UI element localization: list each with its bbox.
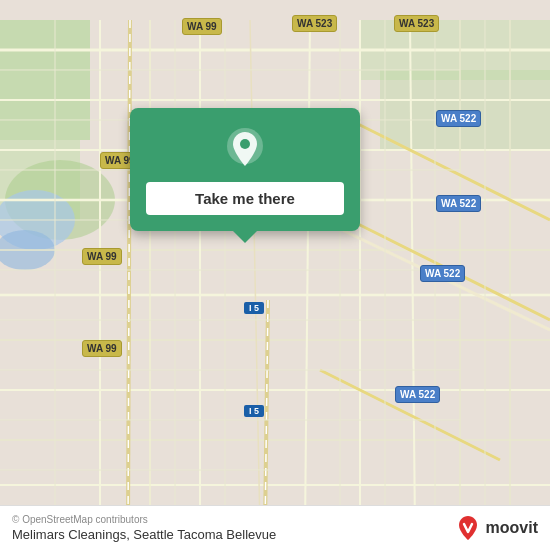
location-pin-icon [223, 128, 267, 172]
take-me-there-button[interactable]: Take me there [146, 182, 344, 215]
copyright-text: © OpenStreetMap contributors [12, 514, 276, 525]
road-badge-wa523-2: WA 523 [394, 15, 439, 32]
road-badge-wa522-2: WA 522 [436, 195, 481, 212]
road-badge-i5-1: I 5 [244, 302, 264, 314]
location-text: Melimars Cleanings, Seattle Tacoma Belle… [12, 527, 276, 542]
road-badge-wa522-4: WA 522 [395, 386, 440, 403]
popup-card: Take me there [130, 108, 360, 231]
road-badge-wa522-1: WA 522 [436, 110, 481, 127]
moovit-label: moovit [486, 519, 538, 537]
road-badge-i5-2: I 5 [244, 405, 264, 417]
road-badge-wa522-3: WA 522 [420, 265, 465, 282]
svg-rect-1 [0, 20, 90, 140]
map-background [0, 0, 550, 550]
moovit-logo: moovit [454, 514, 538, 542]
svg-point-74 [240, 139, 250, 149]
road-badge-wa99-4: WA 99 [82, 340, 122, 357]
road-badge-wa99-1: WA 99 [182, 18, 222, 35]
road-badge-wa523-1: WA 523 [292, 15, 337, 32]
moovit-icon [454, 514, 482, 542]
bottom-bar: © OpenStreetMap contributors Melimars Cl… [0, 505, 550, 550]
road-badge-wa99-3: WA 99 [82, 248, 122, 265]
bottom-bar-info: © OpenStreetMap contributors Melimars Cl… [12, 514, 276, 542]
map-container: WA 99 WA 523 WA 523 WA 522 WA 99 WA 522 … [0, 0, 550, 550]
